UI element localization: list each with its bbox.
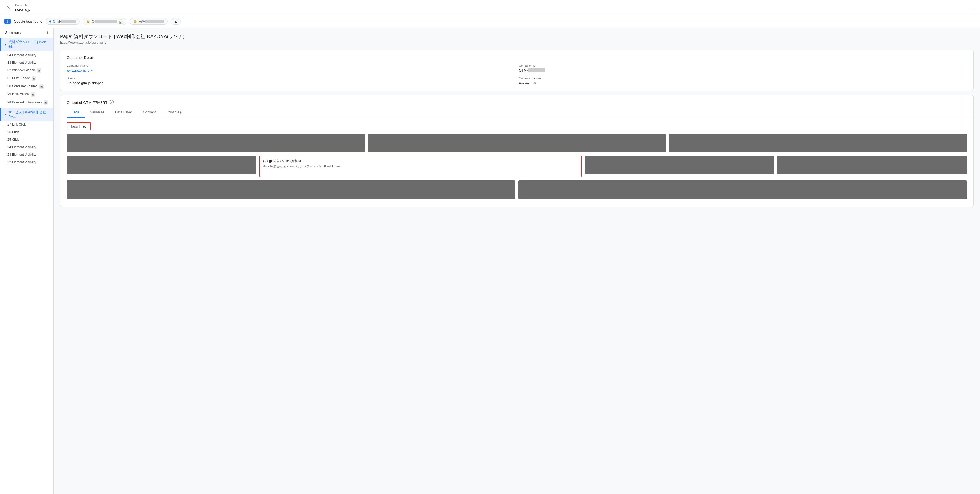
event-23-number: 23 <box>8 153 11 156</box>
sidebar-item-30[interactable]: 30 Container Loaded ▣ <box>0 83 53 91</box>
tabs: Tags Variables Data Layer Consent Consol… <box>60 107 973 118</box>
event-23-label: Element Visibility <box>12 153 36 156</box>
aw-chip-text: AW-XXXXXXXXX <box>139 19 164 23</box>
event-31-badge: ▣ <box>32 76 36 81</box>
tag-placeholder-4[interactable] <box>67 156 256 174</box>
summary-label: Summary <box>5 30 21 35</box>
lock-icon-aw: 🔒 <box>133 19 137 23</box>
extra-icon: ▲ <box>174 19 178 23</box>
event-27-label: Link Click <box>12 123 26 126</box>
event-28-label: Consent Initialization <box>12 100 42 104</box>
output-header: Output of GTM-P7M8RT ⓘ <box>60 96 973 105</box>
sidebar-page-1[interactable]: ▼ 資料ダウンロード | Web制... <box>0 38 53 51</box>
detail-grid: Container Name www.razona.jp ↗ Container… <box>67 64 967 85</box>
event-31-label: DOM Ready <box>12 76 30 80</box>
page-url: https://www.razona.jp/document/ <box>60 41 974 45</box>
container-id-label: Container ID <box>519 64 967 67</box>
tags-bar: 3 Google tags found ◆ GTM-XXXXXXX 🔒 G-XX… <box>0 15 980 28</box>
sidebar-item-29[interactable]: 29 Initialization ▣ <box>0 91 53 99</box>
tag-placeholder-1[interactable] <box>67 134 365 153</box>
event-32-badge: ▣ <box>37 68 41 73</box>
container-name-value[interactable]: www.razona.jp ↗ <box>67 68 515 72</box>
tags-row-3 <box>67 180 967 199</box>
sidebar-item-28[interactable]: 28 Consent Initialization ▣ <box>0 99 53 107</box>
source-value: On-page gtm.js snippet <box>67 81 515 85</box>
connected-label: Connected <box>15 3 30 7</box>
sidebar-item-33[interactable]: 33 Element Visibility <box>0 59 53 67</box>
highlighted-tag-title: Google広告CV_test資料DL <box>263 159 578 163</box>
page-1-label: 資料ダウンロード | Web制... <box>8 40 51 49</box>
event-28-badge: ▣ <box>44 100 48 105</box>
sidebar-item-34[interactable]: 34 Element Visibility <box>0 51 53 59</box>
output-card: Output of GTM-P7M8RT ⓘ Tags Variables Da… <box>60 95 974 207</box>
event-26-number: 26 <box>8 130 11 134</box>
tags-content: Tags Fired Google広告CV_test資料DL Google 広告… <box>60 118 973 207</box>
more-button[interactable]: ⋮ <box>970 4 976 11</box>
tags-found-label: Google tags found <box>14 19 42 23</box>
g-chip[interactable]: 🔒 G-XXXXXXXXXX 📊 <box>83 18 126 25</box>
sidebar-item-32[interactable]: 32 Window Loaded ▣ <box>0 67 53 75</box>
event-24-label: Element Visibility <box>12 145 36 149</box>
top-bar: ✕ Connected razona.jp ⋮ <box>0 0 980 15</box>
main-content: Summary 🗑 ▼ 資料ダウンロード | Web制... 34 Elemen… <box>0 28 980 494</box>
sidebar-item-24[interactable]: 24 Element Visibility <box>0 143 53 151</box>
sidebar-item-22[interactable]: 22 Element Visibility <box>0 158 53 166</box>
sidebar-summary[interactable]: Summary 🗑 <box>0 28 53 38</box>
tab-data-layer[interactable]: Data Layer <box>110 107 138 118</box>
tab-variables[interactable]: Variables <box>84 107 110 118</box>
event-22-label: Element Visibility <box>12 160 36 164</box>
event-24-number: 24 <box>8 145 11 149</box>
event-29-label: Initialization <box>12 92 29 96</box>
sidebar-item-23[interactable]: 23 Element Visibility <box>0 151 53 158</box>
container-name-label: Container Name <box>67 64 515 67</box>
tag-placeholder-8[interactable] <box>519 180 967 199</box>
aw-chip[interactable]: 🔒 AW-XXXXXXXXX <box>130 18 168 25</box>
event-31-number: 31 <box>8 76 11 80</box>
gtm-chip-text: GTM-XXXXXXX <box>53 19 76 23</box>
edit-icon[interactable]: ✏ <box>533 81 536 85</box>
event-25-label: Click <box>12 138 19 142</box>
gtm-chip[interactable]: ◆ GTM-XXXXXXX <box>46 18 80 25</box>
sidebar-item-31[interactable]: 31 DOM Ready ▣ <box>0 75 53 83</box>
container-version-label: Container Version <box>519 76 967 80</box>
tab-consent[interactable]: Consent <box>137 107 161 118</box>
source-label: Source <box>67 76 515 80</box>
event-33-number: 33 <box>8 61 11 65</box>
tab-tags[interactable]: Tags <box>67 107 84 118</box>
container-details-card: Container Details Container Name www.raz… <box>60 50 974 91</box>
close-button[interactable]: ✕ <box>4 4 12 11</box>
domain-name: razona.jp <box>15 7 30 11</box>
tag-placeholder-6[interactable] <box>777 156 967 174</box>
sidebar-item-26[interactable]: 26 Click <box>0 128 53 136</box>
sidebar-page-2[interactable]: ▼ サービス | Web制作会社 RA... <box>0 108 53 121</box>
page-2-label: サービス | Web制作会社 RA... <box>8 110 51 119</box>
sidebar-item-25[interactable]: 25 Click <box>0 136 53 143</box>
tab-console[interactable]: Console (0) <box>161 107 190 118</box>
event-33-label: Element Visibility <box>12 61 36 65</box>
event-29-badge: ▣ <box>31 92 35 97</box>
source-section: Source On-page gtm.js snippet <box>67 76 515 85</box>
container-id-section: Container ID GTM-XXXXXXX <box>519 64 967 72</box>
bar-chart-icon: 📊 <box>118 19 123 24</box>
container-details-title: Container Details <box>67 56 967 60</box>
tag-placeholder-5[interactable] <box>585 156 774 174</box>
help-icon[interactable]: ⓘ <box>110 100 114 105</box>
sidebar: Summary 🗑 ▼ 資料ダウンロード | Web制... 34 Elemen… <box>0 28 54 494</box>
tag-placeholder-7[interactable] <box>67 180 515 199</box>
arrow-icon-2: ▼ <box>4 113 7 116</box>
event-25-number: 25 <box>8 138 11 142</box>
output-title: Output of GTM-P7M8RT <box>67 100 107 105</box>
sidebar-item-27[interactable]: 27 Link Click <box>0 121 53 128</box>
event-32-label: Window Loaded <box>12 68 35 72</box>
arrow-icon-1: ▼ <box>4 43 7 46</box>
extra-chip[interactable]: ▲ <box>171 18 181 25</box>
gtm-icon: ◆ <box>49 19 51 23</box>
tag-placeholder-2[interactable] <box>368 134 666 153</box>
trash-icon[interactable]: 🗑 <box>45 30 49 35</box>
tag-placeholder-3[interactable] <box>669 134 967 153</box>
container-version-section: Container Version Preview ✏ <box>519 76 967 85</box>
event-34-label: Element Visibility <box>12 53 36 57</box>
right-panel: Page: 資料ダウンロード | Web制作会社 RAZONA(ラソナ) htt… <box>54 28 980 494</box>
highlighted-tag-card[interactable]: Google広告CV_test資料DL Google 広告のコンバージョン トラ… <box>259 156 582 177</box>
event-29-number: 29 <box>8 92 11 96</box>
